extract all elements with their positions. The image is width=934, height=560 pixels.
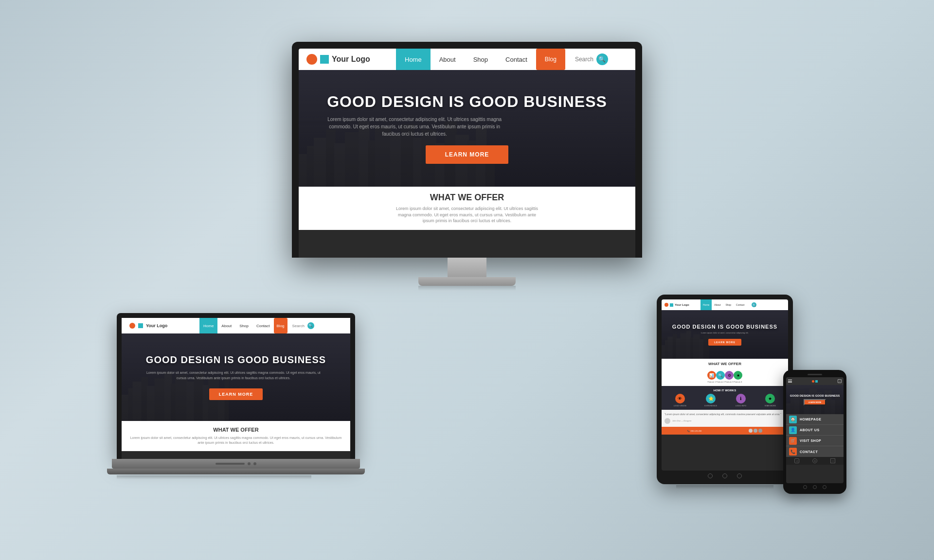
phone-shop-icon: 🛒 [789,437,797,445]
laptop-logo-text: Your Logo [146,323,167,328]
share-icon[interactable]: ↗ [838,379,842,383]
phone-screen: ↗ [786,377,844,483]
desktop-hero-subtitle: Lorem ipsum dolor sit amet, consectetur … [327,116,502,138]
desktop-what-we-offer-text: Lorem ipsum dolor sit amet, consectetur … [394,206,540,224]
scene-container: Your Logo Home About Shop Contact Blog S… [78,42,856,518]
phone-btn-home[interactable] [813,485,817,489]
tablet-offer-item-2: 🔍 Feature 2 [716,371,725,383]
phone-learn-more-button[interactable]: LEARN MORE [804,399,826,405]
phone-icon: 📞 [687,430,690,432]
tablet-nav-shop[interactable]: Shop [723,299,734,310]
phone-menu-contact[interactable]: 📞 CONTACT [786,446,844,457]
desktop-search-label: Search [575,56,593,63]
phone-btn-apps[interactable] [823,485,826,489]
tablet-offer-item-3: ⚙ Feature 3 [725,371,734,383]
phone-menu-homepage[interactable]: 🏠 HOMEPAGE [786,414,844,425]
laptop-what-we-offer-title: WHAT WE OFFER [213,427,258,433]
tablet-home-button[interactable] [722,473,727,478]
tablet-offer-label-1: Feature 1 [707,381,716,383]
phone-header: ↗ [786,377,844,385]
phone-home-btn[interactable]: ⊙ [812,458,817,463]
hamburger-line-3 [788,382,792,383]
hamburger-line-1 [788,380,792,380]
laptop-nav-search: Search 🔍 [287,318,319,333]
desktop-hero-title: GOOD DESIGN IS GOOD BUSINESS [327,93,607,111]
phone-shop-label: VISIT SHOP [800,439,821,442]
phone-contact-label: CONTACT [800,450,818,454]
hamburger-icon[interactable] [788,380,792,383]
phone: ↗ [783,370,846,494]
desktop-logo-text: Your Logo [332,55,370,64]
hiw-item-2: ⭐ EXPERIENCE [704,394,717,407]
tablet-what-we-offer-title: WHAT WE OFFER [708,362,741,366]
tablet-nav-contact[interactable]: Contact [734,299,747,310]
tablet-logo-circle-icon [665,303,668,307]
desktop-nav-blog[interactable]: Blog [536,49,565,70]
phone-menu-icon-symbol: □ [832,459,834,462]
tablet-logo-area: Your Logo [662,299,700,310]
tablet-outer: Your Logo Home About Shop Contact 🔍 [657,295,793,484]
hiw-label-3: LOGO INFO [736,404,746,407]
laptop-hero: GOOD DESIGN IS GOOD BUSINESS Lorem ipsum… [122,333,350,421]
monitor-stand-neck [448,258,486,277]
tablet-back-button[interactable] [708,473,713,478]
phone-menu-btn[interactable]: □ [830,458,835,463]
laptop-nav-shop[interactable]: Shop [235,318,252,333]
user-avatar-3 [758,429,762,433]
laptop-navbar: Your Logo Home About Shop Contact Blog S… [122,318,350,333]
phone-home-icon: ⊙ [814,459,816,462]
tablet-nav-home[interactable]: Home [700,299,712,310]
tablet-nav-about[interactable]: About [712,299,723,310]
laptop-vent [216,463,245,465]
phone-back-btn[interactable]: ◁ [794,458,799,463]
tablet-hero-title: GOOD DESIGN IS GOOD BUSINESS [672,324,777,330]
tablet-phone-info: 📞 000-123-456 [687,429,702,433]
laptop-base [112,459,360,469]
desktop-nav-contact[interactable]: Contact [497,49,536,70]
laptop-dot [248,462,251,465]
desktop-nav-about[interactable]: About [431,49,465,70]
laptop-nav-items: Home About Shop Contact Blog [199,318,287,333]
monitor-outer: Your Logo Home About Shop Contact Blog S… [292,42,642,258]
user-avatar-1 [749,429,753,433]
phone-number: 000-123-456 [691,430,702,432]
phone-btn-back[interactable] [803,485,807,489]
laptop-what-we-offer-text: Lorem ipsum dolor sit amet, consectetur … [127,436,344,445]
laptop-learn-more-button[interactable]: LEARN MORE [209,388,263,400]
phone-menu-visit-shop[interactable]: 🛒 VISIT SHOP [786,436,844,446]
hiw-label-1: LOUD VISION [674,404,686,407]
tablet-avatar-row [749,429,762,433]
laptop-hero-content: GOOD DESIGN IS GOOD BUSINESS Lorem ipsum… [136,345,336,410]
phone-menu-about-us[interactable]: 👤 ABOUT US [786,425,844,436]
desktop-nav-items: Home About Shop Contact Blog [396,49,565,70]
phone-menu: 🏠 HOMEPAGE 👤 ABOUT US 🛒 VISIT SHOP 📞 CON… [786,414,844,457]
tablet-offer-item-4: ★ Feature 4 [734,371,742,383]
tablet-testimonial-author: John Doe — Designer [665,418,785,424]
laptop-nav-home[interactable]: Home [199,318,217,333]
desktop-learn-more-button[interactable]: LEARN MORE [426,145,509,164]
share-symbol: ↗ [839,380,841,383]
tablet-nav-search: 🔍 [747,299,761,310]
tablet-testimonial: "Lorem ipsum dolor sit amet, consectetur… [662,410,788,427]
search-icon[interactable]: 🔍 [596,53,608,65]
tablet-menu-button[interactable] [737,473,742,478]
tablet-learn-more-button[interactable]: LEARN MORE [708,339,741,346]
laptop-search-label: Search [292,324,305,328]
tablet-offer-icon-3: ⚙ [725,371,734,380]
laptop-screen: Your Logo Home About Shop Contact Blog S… [122,318,350,459]
desktop-nav-shop[interactable]: Shop [465,49,497,70]
phone-logo-circle-icon [812,380,814,383]
tablet-how-it-works-title: HOW IT WORKS [665,389,785,392]
laptop-nav-blog[interactable]: Blog [274,318,287,333]
laptop-logo-square-icon [138,323,143,328]
desktop-nav-home[interactable]: Home [396,49,431,70]
phone-home-bar [786,483,844,490]
laptop-search-icon[interactable]: 🔍 [307,322,314,329]
hiw-icon-4: ★ [765,394,775,403]
laptop-nav-about[interactable]: About [217,318,235,333]
monitor-reflection [418,286,516,291]
tablet-search-icon[interactable]: 🔍 [752,302,756,307]
laptop-nav-contact[interactable]: Contact [252,318,274,333]
laptop-bottom [107,469,365,474]
tablet-logo-square-icon [670,303,673,307]
